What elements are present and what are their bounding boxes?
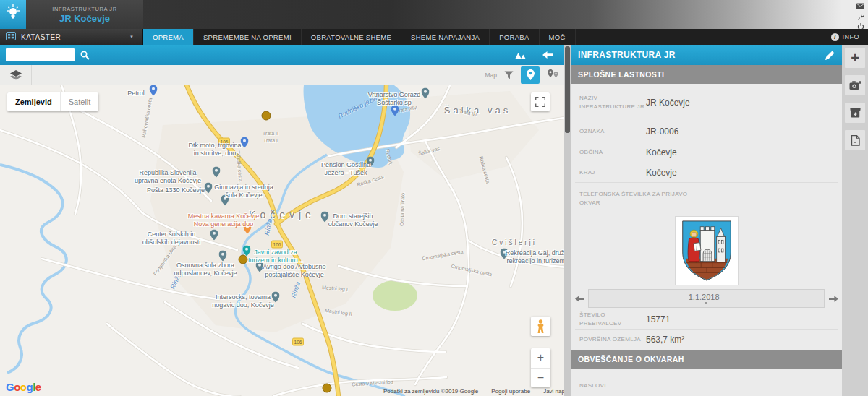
corner-icons bbox=[856, 2, 865, 30]
plus-icon: + bbox=[851, 50, 859, 66]
tab-oprema[interactable]: OPREMA bbox=[143, 29, 194, 45]
tab-sheme-napajanja[interactable]: SHEME NAPAJANJA bbox=[401, 29, 490, 45]
date-dot bbox=[705, 302, 707, 304]
side-toolbar: + bbox=[842, 45, 868, 396]
document-icon bbox=[851, 135, 860, 146]
document-button[interactable] bbox=[845, 130, 865, 150]
map-poi-label[interactable]: Dtk moto, trgovinain storitve, doo bbox=[188, 142, 241, 157]
road-shield: 106 bbox=[271, 241, 283, 249]
map-poi-pin[interactable] bbox=[422, 88, 430, 102]
back-arrow-icon[interactable] bbox=[542, 51, 553, 60]
lightbulb-icon bbox=[6, 4, 20, 25]
app-logo[interactable] bbox=[0, 0, 26, 29]
field-row: OZNAKA JR-0006 bbox=[575, 121, 838, 142]
map-poi-label[interactable]: Osnovna šola zboraodposlancev, Kočevje bbox=[174, 262, 237, 277]
attribution-terms-link[interactable]: Pogoji uporabe bbox=[491, 388, 530, 395]
tab-obratovalne-sheme[interactable]: OBRATOVALNE SHEME bbox=[302, 29, 401, 45]
zoom-out-button[interactable]: − bbox=[531, 369, 550, 388]
map-poi-label[interactable]: Rekreacija Gaj, družbrekreacijo in turiz… bbox=[506, 249, 569, 264]
map-poi-label[interactable]: Vrtnarstvo GorazdŠoštarko sp bbox=[368, 91, 421, 106]
map-poi-label[interactable]: Pension GostilnaJezero - Tušek bbox=[321, 161, 370, 176]
map-poi-pin[interactable] bbox=[150, 85, 158, 99]
map-poi-pin[interactable] bbox=[241, 137, 249, 151]
panel-title: INFRASTRUKTURA JR bbox=[578, 50, 825, 60]
cluster-mode-button[interactable] bbox=[547, 69, 559, 80]
search-button[interactable] bbox=[75, 47, 95, 63]
field-label: TELEFONSKA ŠTEVILKA ZA PRIJAVO OKVAR bbox=[579, 190, 695, 207]
layers-button[interactable] bbox=[0, 65, 32, 85]
map-water-label: Rinža bbox=[263, 218, 274, 236]
layers-icon bbox=[10, 70, 22, 80]
scrollbar-thumb[interactable] bbox=[565, 46, 570, 133]
field-label: OZNAKA bbox=[579, 127, 646, 136]
map-poi-label[interactable]: Mestna kavarna KočevjeNova generacija do… bbox=[188, 212, 260, 228]
map-poi-label[interactable]: Javni zavod zaturizem in kulturo... bbox=[248, 249, 303, 264]
map-poi-pin[interactable] bbox=[391, 106, 399, 119]
kataster-dropdown[interactable]: KATASTER ▼ bbox=[0, 29, 143, 45]
archive-button[interactable] bbox=[845, 103, 865, 123]
camera-plus-icon bbox=[849, 80, 861, 90]
map-area-label: Cvišlerji bbox=[492, 238, 537, 246]
map-type-satellite-button[interactable]: Satelit bbox=[60, 92, 99, 111]
section-general-header: SPLOŠNE LASTNOSTI bbox=[571, 65, 842, 84]
section-faults-header: OBVEŠČANJE O OKVARAH bbox=[571, 350, 842, 369]
date-next-button[interactable] bbox=[827, 295, 840, 303]
map-street-label: Cesta na Trato bbox=[399, 193, 406, 226]
map-poi-pin[interactable] bbox=[205, 183, 213, 197]
edit-button[interactable] bbox=[825, 51, 835, 60]
add-button[interactable]: + bbox=[845, 48, 865, 68]
map-poi-label[interactable]: Republika Slovenijaupravna enota Kočevje bbox=[135, 169, 201, 184]
map-street-label: Trata II bbox=[263, 131, 278, 136]
wrench-icon[interactable] bbox=[856, 12, 865, 20]
map-poi-label[interactable]: Center šolskih inobšolskih dejavnosti bbox=[142, 231, 201, 246]
map-mode-label: Map bbox=[485, 72, 497, 79]
map-type-map-button[interactable]: Zemljevid bbox=[7, 92, 60, 111]
map-poi-pin[interactable] bbox=[213, 167, 221, 181]
funnel-icon bbox=[504, 71, 514, 79]
street-view-pegman-button[interactable] bbox=[531, 317, 550, 336]
mail-icon[interactable] bbox=[856, 2, 865, 10]
add-photo-button[interactable] bbox=[845, 75, 865, 95]
info-button[interactable]: i INFO bbox=[822, 29, 868, 45]
map-poi-label[interactable]: Avrigo doo Avtobusnopostajališče Kočevje bbox=[263, 263, 326, 278]
search-input[interactable] bbox=[6, 48, 75, 61]
marker-mode-button[interactable] bbox=[521, 66, 540, 84]
jr-marker[interactable] bbox=[262, 111, 271, 121]
tab-moc[interactable]: MOČ bbox=[540, 29, 576, 45]
fullscreen-icon bbox=[535, 97, 545, 107]
jr-marker[interactable] bbox=[323, 384, 332, 393]
stat-row: ŠTEVILO PREBIVALCEV 15771 bbox=[575, 310, 838, 330]
map-canvas[interactable]: Šalka vasKočevjeCvišlerjiRudniško jezero… bbox=[0, 85, 569, 396]
zoom-in-button[interactable]: + bbox=[531, 348, 550, 369]
tab-label: PORABA bbox=[499, 33, 529, 41]
map-toolbar: Map bbox=[0, 65, 569, 85]
map-pin-icon bbox=[527, 69, 535, 80]
map-poi-label[interactable]: Petrol bbox=[127, 90, 145, 98]
jr-marker[interactable] bbox=[239, 255, 248, 264]
date-range[interactable]: 1.1.2018 - bbox=[588, 289, 825, 308]
map-area-label: Šalka vas bbox=[444, 105, 511, 116]
field-value: Kočevje bbox=[646, 168, 677, 178]
road-shield: 106 bbox=[292, 338, 304, 346]
fullscreen-button[interactable] bbox=[531, 92, 550, 111]
map-street-label: Mestni log II bbox=[325, 308, 352, 317]
info-icon: i bbox=[831, 33, 839, 41]
pegman-icon bbox=[536, 319, 545, 334]
map-poi-label[interactable]: Gimnazija in srednjašola Kočevje bbox=[214, 184, 273, 199]
tab-poraba[interactable]: PORABA bbox=[490, 29, 539, 45]
map-poi-label[interactable]: Dom starejšihobčanov Kočevje bbox=[328, 212, 378, 228]
tab-spremembe-na-opremi[interactable]: SPREMEMBE NA OPREMI bbox=[194, 29, 302, 45]
coat-of-arms bbox=[675, 216, 739, 285]
date-prev-button[interactable] bbox=[573, 295, 586, 303]
pencil-icon bbox=[825, 51, 835, 60]
map-poi-pin[interactable] bbox=[210, 230, 218, 244]
panel-scrollbar[interactable] bbox=[564, 45, 571, 396]
terrain-icon[interactable] bbox=[515, 51, 527, 60]
map-poi-label[interactable]: Pošta 1330 Kočevje bbox=[147, 186, 205, 194]
chevron-down-icon: ▼ bbox=[129, 35, 134, 39]
archive-download-icon bbox=[850, 108, 861, 118]
filter-button[interactable] bbox=[504, 71, 514, 79]
nav-bar: KATASTER ▼ OPREMA SPREMEMBE NA OPREMI OB… bbox=[0, 29, 868, 45]
app-subtitle: INFRASTRUKTURA JR bbox=[52, 6, 116, 12]
map-poi-label[interactable]: Intersocks, tovarnanogavic doo, Kočevje bbox=[212, 293, 274, 309]
